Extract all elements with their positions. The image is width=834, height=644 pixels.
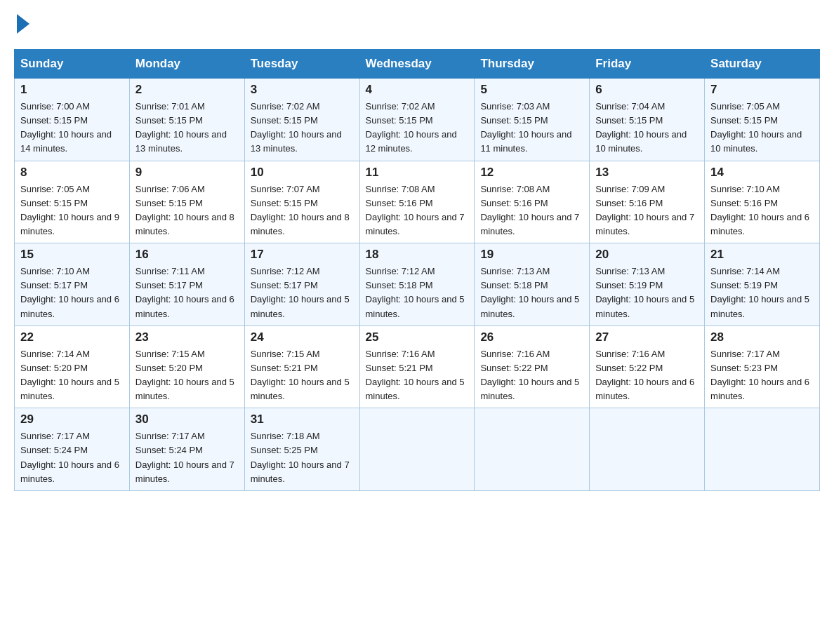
calendar-cell: 21 Sunrise: 7:14 AM Sunset: 5:19 PM Dayl… <box>705 243 820 326</box>
calendar-cell: 19 Sunrise: 7:13 AM Sunset: 5:18 PM Dayl… <box>475 243 590 326</box>
day-info: Sunrise: 7:15 AM Sunset: 5:21 PM Dayligh… <box>251 347 354 404</box>
week-row-5: 29 Sunrise: 7:17 AM Sunset: 5:24 PM Dayl… <box>15 408 820 491</box>
calendar-cell: 3 Sunrise: 7:02 AM Sunset: 5:15 PM Dayli… <box>244 79 359 161</box>
calendar-cell: 6 Sunrise: 7:04 AM Sunset: 5:15 PM Dayli… <box>590 79 705 161</box>
day-number: 10 <box>251 166 354 180</box>
day-info: Sunrise: 7:13 AM Sunset: 5:19 PM Dayligh… <box>595 264 699 321</box>
day-info: Sunrise: 7:02 AM Sunset: 5:15 PM Dayligh… <box>366 100 469 156</box>
day-number: 7 <box>710 83 814 97</box>
day-info: Sunrise: 7:12 AM Sunset: 5:17 PM Dayligh… <box>251 264 354 321</box>
day-info: Sunrise: 7:07 AM Sunset: 5:15 PM Dayligh… <box>251 182 354 239</box>
calendar-cell: 27 Sunrise: 7:16 AM Sunset: 5:22 PM Dayl… <box>590 326 705 408</box>
week-row-3: 15 Sunrise: 7:10 AM Sunset: 5:17 PM Dayl… <box>15 243 820 326</box>
calendar-cell: 13 Sunrise: 7:09 AM Sunset: 5:16 PM Dayl… <box>590 161 705 243</box>
day-header-thursday: Thursday <box>475 50 590 79</box>
day-number: 24 <box>251 330 354 344</box>
calendar-cell: 10 Sunrise: 7:07 AM Sunset: 5:15 PM Dayl… <box>244 161 359 243</box>
day-number: 23 <box>135 330 239 344</box>
day-number: 27 <box>595 330 699 344</box>
calendar-cell: 29 Sunrise: 7:17 AM Sunset: 5:24 PM Dayl… <box>15 408 130 491</box>
day-info: Sunrise: 7:00 AM Sunset: 5:15 PM Dayligh… <box>20 100 124 156</box>
day-number: 11 <box>366 166 469 180</box>
calendar-cell <box>359 408 475 491</box>
day-info: Sunrise: 7:13 AM Sunset: 5:18 PM Dayligh… <box>480 264 583 321</box>
day-info: Sunrise: 7:15 AM Sunset: 5:20 PM Dayligh… <box>135 347 239 404</box>
day-info: Sunrise: 7:11 AM Sunset: 5:17 PM Dayligh… <box>135 264 239 321</box>
day-number: 15 <box>20 248 124 262</box>
day-info: Sunrise: 7:14 AM Sunset: 5:19 PM Dayligh… <box>710 264 814 321</box>
day-number: 6 <box>595 83 699 97</box>
day-info: Sunrise: 7:10 AM Sunset: 5:16 PM Dayligh… <box>710 182 814 239</box>
day-number: 3 <box>251 83 354 97</box>
calendar-cell: 15 Sunrise: 7:10 AM Sunset: 5:17 PM Dayl… <box>15 243 130 326</box>
page-header <box>14 14 820 35</box>
calendar-table: SundayMondayTuesdayWednesdayThursdayFrid… <box>14 49 820 491</box>
day-number: 9 <box>135 166 239 180</box>
day-number: 8 <box>20 166 124 180</box>
day-info: Sunrise: 7:17 AM Sunset: 5:24 PM Dayligh… <box>135 429 239 486</box>
logo <box>14 14 29 35</box>
calendar-cell: 14 Sunrise: 7:10 AM Sunset: 5:16 PM Dayl… <box>705 161 820 243</box>
calendar-cell: 28 Sunrise: 7:17 AM Sunset: 5:23 PM Dayl… <box>705 326 820 408</box>
calendar-cell: 25 Sunrise: 7:16 AM Sunset: 5:21 PM Dayl… <box>359 326 475 408</box>
calendar-cell: 2 Sunrise: 7:01 AM Sunset: 5:15 PM Dayli… <box>129 79 244 161</box>
calendar-cell: 24 Sunrise: 7:15 AM Sunset: 5:21 PM Dayl… <box>244 326 359 408</box>
calendar-cell: 16 Sunrise: 7:11 AM Sunset: 5:17 PM Dayl… <box>129 243 244 326</box>
day-header-friday: Friday <box>590 50 705 79</box>
day-number: 22 <box>20 330 124 344</box>
day-number: 18 <box>366 248 469 262</box>
day-info: Sunrise: 7:08 AM Sunset: 5:16 PM Dayligh… <box>366 182 469 239</box>
day-number: 13 <box>595 166 699 180</box>
day-info: Sunrise: 7:08 AM Sunset: 5:16 PM Dayligh… <box>480 182 583 239</box>
day-number: 2 <box>135 83 239 97</box>
calendar-cell: 8 Sunrise: 7:05 AM Sunset: 5:15 PM Dayli… <box>15 161 130 243</box>
day-number: 14 <box>710 166 814 180</box>
calendar-cell: 31 Sunrise: 7:18 AM Sunset: 5:25 PM Dayl… <box>244 408 359 491</box>
day-header-saturday: Saturday <box>705 50 820 79</box>
calendar-cell <box>475 408 590 491</box>
day-header-sunday: Sunday <box>15 50 130 79</box>
day-number: 17 <box>251 248 354 262</box>
day-number: 5 <box>480 83 583 97</box>
day-number: 29 <box>20 412 124 427</box>
calendar-cell: 9 Sunrise: 7:06 AM Sunset: 5:15 PM Dayli… <box>129 161 244 243</box>
calendar-cell: 18 Sunrise: 7:12 AM Sunset: 5:18 PM Dayl… <box>359 243 475 326</box>
day-info: Sunrise: 7:05 AM Sunset: 5:15 PM Dayligh… <box>710 100 814 156</box>
week-row-4: 22 Sunrise: 7:14 AM Sunset: 5:20 PM Dayl… <box>15 326 820 408</box>
calendar-cell: 5 Sunrise: 7:03 AM Sunset: 5:15 PM Dayli… <box>475 79 590 161</box>
day-info: Sunrise: 7:16 AM Sunset: 5:22 PM Dayligh… <box>480 347 583 404</box>
calendar-cell: 20 Sunrise: 7:13 AM Sunset: 5:19 PM Dayl… <box>590 243 705 326</box>
logo-arrow-icon <box>17 14 29 34</box>
calendar-cell: 7 Sunrise: 7:05 AM Sunset: 5:15 PM Dayli… <box>705 79 820 161</box>
calendar-cell: 11 Sunrise: 7:08 AM Sunset: 5:16 PM Dayl… <box>359 161 475 243</box>
day-info: Sunrise: 7:03 AM Sunset: 5:15 PM Dayligh… <box>480 100 583 156</box>
calendar-cell: 23 Sunrise: 7:15 AM Sunset: 5:20 PM Dayl… <box>129 326 244 408</box>
calendar-cell <box>705 408 820 491</box>
calendar-cell: 26 Sunrise: 7:16 AM Sunset: 5:22 PM Dayl… <box>475 326 590 408</box>
day-info: Sunrise: 7:18 AM Sunset: 5:25 PM Dayligh… <box>251 429 354 486</box>
week-row-2: 8 Sunrise: 7:05 AM Sunset: 5:15 PM Dayli… <box>15 161 820 243</box>
day-info: Sunrise: 7:16 AM Sunset: 5:21 PM Dayligh… <box>366 347 469 404</box>
day-number: 20 <box>595 248 699 262</box>
calendar-cell <box>590 408 705 491</box>
day-info: Sunrise: 7:05 AM Sunset: 5:15 PM Dayligh… <box>20 182 124 239</box>
week-row-1: 1 Sunrise: 7:00 AM Sunset: 5:15 PM Dayli… <box>15 79 820 161</box>
day-info: Sunrise: 7:14 AM Sunset: 5:20 PM Dayligh… <box>20 347 124 404</box>
day-number: 26 <box>480 330 583 344</box>
calendar-cell: 30 Sunrise: 7:17 AM Sunset: 5:24 PM Dayl… <box>129 408 244 491</box>
day-info: Sunrise: 7:12 AM Sunset: 5:18 PM Dayligh… <box>366 264 469 321</box>
day-number: 1 <box>20 83 124 97</box>
day-number: 16 <box>135 248 239 262</box>
day-info: Sunrise: 7:09 AM Sunset: 5:16 PM Dayligh… <box>595 182 699 239</box>
day-info: Sunrise: 7:04 AM Sunset: 5:15 PM Dayligh… <box>595 100 699 156</box>
day-header-monday: Monday <box>129 50 244 79</box>
day-header-wednesday: Wednesday <box>359 50 475 79</box>
day-info: Sunrise: 7:01 AM Sunset: 5:15 PM Dayligh… <box>135 100 239 156</box>
day-info: Sunrise: 7:10 AM Sunset: 5:17 PM Dayligh… <box>20 264 124 321</box>
day-number: 25 <box>366 330 469 344</box>
calendar-cell: 1 Sunrise: 7:00 AM Sunset: 5:15 PM Dayli… <box>15 79 130 161</box>
day-number: 12 <box>480 166 583 180</box>
calendar-cell: 4 Sunrise: 7:02 AM Sunset: 5:15 PM Dayli… <box>359 79 475 161</box>
calendar-cell: 17 Sunrise: 7:12 AM Sunset: 5:17 PM Dayl… <box>244 243 359 326</box>
day-info: Sunrise: 7:16 AM Sunset: 5:22 PM Dayligh… <box>595 347 699 404</box>
